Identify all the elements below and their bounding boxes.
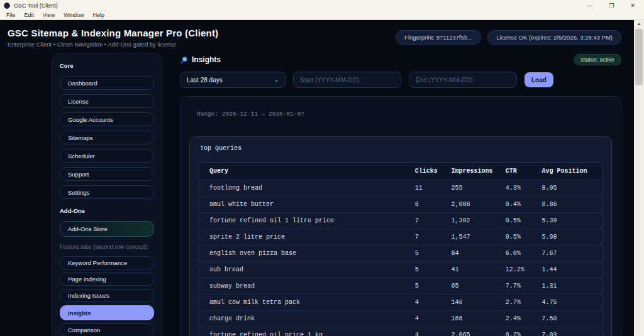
cell-impressions: 1,547 — [445, 229, 499, 246]
sidebar-item-support[interactable]: Support — [60, 167, 154, 181]
close-button[interactable]: ✕ — [630, 3, 635, 9]
table-row: sub bread54112.2%1.44 — [199, 262, 602, 278]
cell-avg-position: 1.31 — [535, 278, 602, 295]
cell-query: english oven pizza base — [199, 246, 409, 262]
cell-impressions: 2,065 — [445, 327, 499, 336]
section-title: Insights — [192, 55, 221, 64]
cell-query: fortune refined oil price 1 kg — [199, 327, 409, 336]
cell-clicks: 5 — [409, 278, 445, 295]
sidebar-item-google-accounts[interactable]: Google Accounts — [60, 112, 154, 126]
menu-item-help[interactable]: Help — [92, 12, 104, 18]
header-badge-fingerprint: Fingerprint: 9711237f5b... — [396, 30, 481, 45]
cell-ctr: 0.5% — [499, 229, 536, 246]
sidebar-section-addons: Add-Ons — [60, 207, 154, 214]
cell-clicks: 7 — [409, 229, 445, 246]
column-header-clicks: Clicks — [409, 163, 445, 180]
cell-ctr: 2.4% — [499, 311, 536, 327]
sidebar-section-core: Core — [60, 62, 154, 69]
cell-clicks: 4 — [409, 327, 445, 336]
cell-impressions: 166 — [445, 311, 499, 327]
cell-query: footlong bread — [199, 180, 409, 197]
cell-query: amul cow milk tetra pack — [199, 295, 409, 311]
window-title: GSC Tool (Client) — [14, 3, 587, 9]
menu-bar: FileEditViewWindowHelp — [0, 11, 644, 20]
cell-impressions: 84 — [445, 246, 499, 262]
cell-ctr: 7.7% — [499, 278, 536, 295]
app-root: ▲ GSC Sitemap & Indexing Manager Pro (Cl… — [0, 20, 644, 336]
sidebar-item-page-indexing[interactable]: Page Indexing — [60, 273, 154, 286]
insights-panel: Range: 2025-12-11 → 2026-01-07 Top Queri… — [180, 96, 621, 336]
cell-impressions: 146 — [445, 295, 499, 311]
cell-clicks: 4 — [409, 295, 445, 311]
sidebar-item-insights[interactable]: Insights — [60, 305, 154, 320]
top-queries-table: QueryClicksImpressionsCTRAvg Position fo… — [199, 163, 602, 336]
page-title: GSC Sitemap & Indexing Manager Pro (Clie… — [8, 28, 218, 38]
table-row: english oven pizza base5846.0%7.67 — [199, 246, 602, 262]
end-date-input[interactable] — [409, 72, 517, 88]
start-date-input[interactable] — [293, 72, 401, 88]
cell-impressions: 2,008 — [445, 197, 499, 213]
header-badges: Fingerprint: 9711237f5b...License OK (ex… — [396, 30, 621, 45]
cell-ctr: 12.2% — [499, 262, 536, 278]
cell-impressions: 255 — [445, 180, 499, 197]
cell-clicks: 7 — [409, 213, 445, 229]
vertical-scrollbar[interactable]: ▲ — [634, 20, 644, 336]
sidebar-item-settings[interactable]: Settings — [60, 185, 154, 199]
cell-avg-position: 7.50 — [535, 311, 602, 327]
table-row: footlong bread112554.3%8.05 — [199, 180, 602, 197]
cell-ctr: 4.3% — [499, 180, 536, 197]
sidebar-item-keyword-performance[interactable]: Keyword Performance — [60, 256, 154, 269]
sidebar-item-license[interactable]: License — [60, 94, 154, 108]
cell-avg-position: 5.98 — [535, 229, 602, 246]
cell-avg-position: 8.05 — [535, 180, 602, 197]
cell-ctr: 0.5% — [499, 213, 536, 229]
sidebar-item-sitemaps[interactable]: Sitemaps — [60, 131, 154, 144]
magnifier-icon — [180, 56, 188, 64]
scroll-up-icon[interactable]: ▲ — [634, 20, 644, 26]
cell-ctr: 0.2% — [499, 327, 536, 336]
menu-item-edit[interactable]: Edit — [25, 12, 35, 18]
cell-impressions: 65 — [445, 278, 499, 295]
status-badge: Status: active — [574, 54, 621, 65]
chevron-down-icon: ⌄ — [274, 77, 279, 83]
sidebar-item-indexing-issues[interactable]: Indexing Issues — [60, 289, 154, 302]
minimize-button[interactable]: — — [587, 3, 592, 9]
column-header-avg-position: Avg Position — [535, 163, 602, 180]
date-range-select[interactable]: Last 28 days ⌄ — [180, 72, 286, 88]
cell-impressions: 41 — [445, 262, 499, 278]
sidebar-item-comparison[interactable]: Comparison — [60, 323, 154, 336]
sidebar: Core DashboardLicenseGoogle AccountsSite… — [52, 53, 162, 336]
cell-ctr: 6.0% — [499, 246, 536, 262]
page-subtitle: Enterprise Client • Clean Navigation • A… — [8, 41, 218, 48]
date-range-select-value: Last 28 days — [187, 77, 223, 84]
scrollbar-thumb[interactable] — [635, 29, 643, 85]
menu-item-view[interactable]: View — [43, 12, 55, 18]
column-header-impressions: Impressions — [445, 163, 499, 180]
menu-item-file[interactable]: File — [6, 12, 16, 18]
menu-item-window[interactable]: Window — [64, 12, 84, 18]
load-button[interactable]: Load — [525, 72, 553, 87]
cell-avg-position: 7.67 — [535, 246, 602, 262]
column-header-query: Query — [199, 163, 409, 180]
table-row: fortune refined oil price 1 kg42,0650.2%… — [199, 327, 602, 336]
top-queries-title: Top Queries — [200, 145, 602, 152]
app-window-icon — [4, 3, 10, 9]
window-titlebar: GSC Tool (Client) — ❐ ✕ — [0, 0, 644, 11]
cell-avg-position: 7.03 — [535, 327, 602, 336]
cell-clicks: 4 — [409, 311, 445, 327]
maximize-button[interactable]: ❐ — [609, 3, 614, 9]
cell-ctr: 0.4% — [499, 197, 536, 213]
cell-ctr: 2.7% — [499, 295, 536, 311]
table-row: charge drink41662.4%7.50 — [199, 311, 602, 327]
range-label: Range: 2025-12-11 → 2026-01-07 — [197, 111, 612, 117]
sidebar-item-dashboard[interactable]: Dashboard — [60, 76, 154, 90]
top-queries-card: Top Queries QueryClicksImpressionsCTRAvg… — [189, 136, 612, 336]
cell-clicks: 11 — [409, 180, 445, 197]
cell-clicks: 5 — [409, 246, 445, 262]
cell-clicks: 5 — [409, 262, 445, 278]
sidebar-item-addons-store[interactable]: Add-Ons Store — [60, 221, 154, 237]
cell-avg-position: 4.75 — [535, 295, 602, 311]
cell-impressions: 1,392 — [445, 213, 499, 229]
cell-query: sprite 2 litre price — [199, 229, 409, 246]
sidebar-item-scheduler[interactable]: Scheduler — [60, 149, 154, 163]
